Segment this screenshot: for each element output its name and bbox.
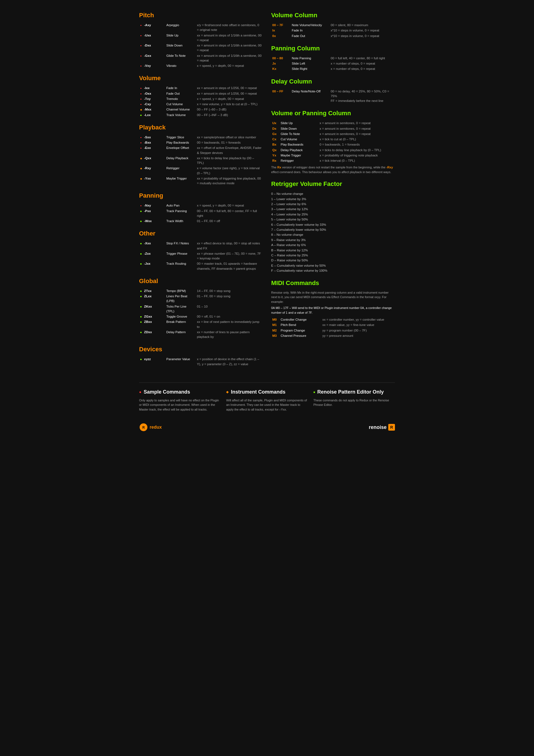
bullet-icon: ◆ bbox=[139, 176, 143, 186]
entry-desc: 00 = full left, 40 = center, 80 = full r… bbox=[330, 56, 395, 61]
table-row: ◆ -Yxx Maybe Trigger xx = probability of… bbox=[139, 176, 263, 186]
renoise-label: renoise bbox=[369, 424, 387, 431]
entry-desc: xx = offset of active Envelope, AHDSR, F… bbox=[196, 145, 263, 156]
legend-sample: ● Sample Commands Only apply to samples … bbox=[139, 388, 220, 412]
bullet-icon: ● bbox=[139, 33, 143, 43]
bullet-icon: ■ bbox=[139, 314, 143, 319]
list-item: F – Cumulatively raise volume by 100% bbox=[271, 268, 395, 273]
table-row: Gx Glide To Note x = amount in semitones… bbox=[271, 131, 395, 137]
bullet-icon: ● bbox=[139, 135, 143, 140]
pitch-table: ● -Axy Arpeggio x/y = first/second note … bbox=[139, 22, 263, 68]
list-item: 0 – No volume change bbox=[271, 191, 395, 196]
entry-desc: 00 – FF (–INF – 3 dB) bbox=[196, 113, 263, 118]
entry-name: Channel Volume bbox=[165, 107, 196, 112]
table-row: M3 Channel Pressure yy = pressure amount bbox=[271, 333, 395, 338]
entry-name: Retrigger bbox=[165, 166, 196, 176]
legend-renoise: ■ Renoise Pattern Editor Only These comm… bbox=[314, 388, 395, 412]
entry-name: Track Volume bbox=[165, 113, 196, 118]
entry-name: Slide Right bbox=[291, 66, 330, 71]
entry-desc: xx = amount in steps of 1/256, 00 = repe… bbox=[196, 91, 263, 96]
entry-desc: x = ticks to delay line playback by (0 –… bbox=[318, 148, 395, 153]
entry-code: M0 bbox=[271, 317, 280, 322]
entry-name: Lines Per Beat (LPB) bbox=[165, 294, 196, 304]
sample-bullet-icon: ● bbox=[139, 389, 141, 395]
entry-desc: xx = amount in steps of 1/16th a semiton… bbox=[196, 53, 263, 64]
entry-desc: x = volume factor (see right), y = tick … bbox=[196, 166, 263, 176]
entry-name: Fade Out bbox=[291, 33, 330, 39]
entry-code: Jx bbox=[271, 61, 291, 66]
table-row: ■ -Jxx Track Routing 00 = master track, … bbox=[139, 261, 263, 271]
bullet-icon: ■ bbox=[139, 319, 143, 330]
entry-desc: x*10 = steps in volume, 0 = repeat bbox=[330, 33, 395, 39]
global-table: ■ ZTxx Tempo (BPM) 14 – FF, 00 = stop so… bbox=[139, 288, 263, 340]
vop-note: The Rx version of retrigger does not res… bbox=[271, 165, 395, 174]
entry-name: Maybe Trigger bbox=[165, 176, 196, 186]
other-table: ■ -Xxx Stop FX / Notes xx = effect devic… bbox=[139, 241, 263, 271]
entry-code: -Exx bbox=[143, 145, 165, 156]
table-row: ■ -Xxx Stop FX / Notes xx = effect devic… bbox=[139, 241, 263, 251]
list-item: 4 – Lower volume by 25% bbox=[271, 212, 395, 217]
table-row: ■ ZDxx Delay Pattern xx = number of line… bbox=[139, 330, 263, 340]
entry-code: M2 bbox=[271, 328, 280, 333]
entry-code: -Zxx bbox=[143, 251, 165, 261]
table-row: ■ ZLxx Lines Per Beat (LPB) 01 – FF, 00 … bbox=[139, 294, 263, 304]
table-row: ● -Bxx Play Backwards 00 = backwards, 01… bbox=[139, 140, 263, 145]
entry-desc: x = amount in semitones, 0 = repeat bbox=[318, 121, 395, 126]
panning-table: ● -Nxy Auto Pan x = speed, y = depth, 00… bbox=[139, 203, 263, 224]
entry-desc: x = tick to cut at (0 – TPL) bbox=[318, 137, 395, 142]
list-item: 6 – Cumulatively lower volume by 33% bbox=[271, 222, 395, 227]
list-item: 2 – Lower volume by 6% bbox=[271, 202, 395, 206]
entry-name: Arpeggio bbox=[165, 22, 196, 33]
table-row: ● -Axy Arpeggio x/y = first/second note … bbox=[139, 22, 263, 33]
vol-col-section: Volume Column 00 – 7F Note Volume/Veloci… bbox=[271, 11, 395, 39]
entry-code: 00 – 7F bbox=[271, 22, 291, 28]
entry-name: Cut Volume bbox=[280, 137, 318, 142]
volume-title: Volume bbox=[139, 73, 263, 83]
entry-name: Pitch Bend bbox=[280, 322, 321, 328]
table-row: Qx Delay Playback x = ticks to delay lin… bbox=[271, 148, 395, 153]
svg-text:R: R bbox=[142, 426, 145, 429]
bullet-icon: ● bbox=[139, 43, 143, 53]
entry-code: -Ixx bbox=[143, 86, 165, 91]
entry-desc: xx = amount in steps of 1/16th a semiton… bbox=[196, 43, 263, 53]
entry-desc: xx = sample/phrase offset or slice numbe… bbox=[196, 135, 263, 140]
retrigger-section: Retrigger Volume Factor 0 – No volume ch… bbox=[271, 179, 395, 273]
entry-desc: xx = number of lines to pause pattern pl… bbox=[196, 330, 263, 340]
vol-col-table: 00 – 7F Note Volume/Velocity 00 = silent… bbox=[271, 22, 395, 39]
devices-title: Devices bbox=[139, 345, 263, 354]
entry-name: Stop FX / Notes bbox=[165, 241, 196, 251]
bullet-icon: ■ bbox=[139, 288, 143, 294]
legend-renoise-title: Renoise Pattern Editor Only bbox=[318, 388, 384, 396]
table-row: ● -Dxx Slide Down xx = amount in steps o… bbox=[139, 43, 263, 53]
entry-desc: 00 = backwards, 01 = forwards bbox=[196, 140, 263, 145]
entry-name: Note Volume/Velocity bbox=[291, 22, 330, 28]
midi-table: M0 Controller Change xx = controller num… bbox=[271, 317, 395, 338]
bullet-icon: ● bbox=[139, 22, 143, 33]
entry-desc: x = speed, y = depth, 00 = repeat bbox=[196, 96, 263, 102]
midi-section: MIDI Commands Renoise only. With Mx in t… bbox=[271, 278, 395, 339]
entry-desc: x = tick interval (0 – TPL) bbox=[318, 158, 395, 163]
table-row: ◆ -Rxy Retrigger x = volume factor (see … bbox=[139, 166, 263, 176]
entry-code: -Sxx bbox=[143, 135, 165, 140]
entry-code: ZGxx bbox=[143, 314, 165, 319]
entry-code: -Mxx bbox=[143, 107, 165, 112]
entry-code: ZDxx bbox=[143, 330, 165, 340]
panning-section: Panning ● -Nxy Auto Pan x = speed, y = d… bbox=[139, 191, 263, 224]
entry-desc: x = number of steps, 0 = repeat bbox=[330, 61, 395, 66]
entry-code: Rx bbox=[271, 158, 280, 163]
playback-table: ● -Sxx Trigger Slice xx = sample/phrase … bbox=[139, 135, 263, 186]
midi-example: 0A M0 – 17F – Will send to the MIDI or P… bbox=[271, 306, 395, 315]
renoise-bullet-icon: ■ bbox=[314, 390, 315, 394]
entry-desc: 01 – FF, 00 = off bbox=[196, 219, 263, 224]
table-row: Cx Cut Volume x = tick to cut at (0 – TP… bbox=[271, 137, 395, 142]
legend-instrument: ◆ Instrument Commands Will affect all of… bbox=[226, 388, 308, 412]
table-row: ◆ -Qxx Delay Playback xx = ticks to dela… bbox=[139, 156, 263, 166]
pan-col-section: Panning Column 00 – 80 Note Panning 00 =… bbox=[271, 44, 395, 72]
bullet-icon: ● bbox=[139, 96, 143, 102]
entry-name: Note Panning bbox=[291, 56, 330, 61]
entry-name: Slide Down bbox=[165, 43, 196, 53]
legend-sample-desc: Only apply to samples and will have no e… bbox=[139, 398, 220, 412]
bullet-icon: ● bbox=[139, 102, 143, 107]
vop-title: Volume or Panning Column bbox=[271, 109, 395, 118]
bullet-icon: ■ bbox=[139, 113, 143, 118]
